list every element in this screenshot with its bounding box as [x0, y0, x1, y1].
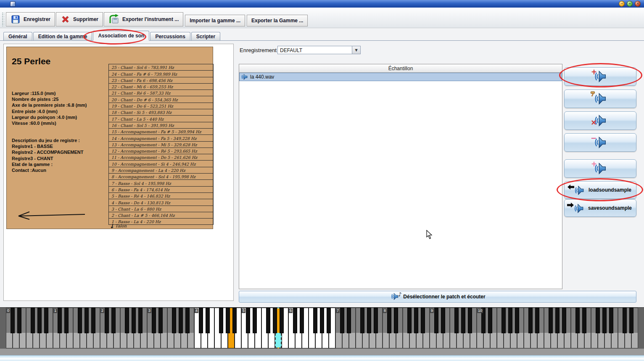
piano-black-key[interactable] — [320, 308, 324, 333]
export-scale-button[interactable]: Exporter la Gamme ... — [247, 15, 308, 26]
close-button[interactable]: × — [635, 1, 641, 7]
piano-black-key[interactable] — [266, 308, 270, 333]
piano-black-key[interactable] — [158, 308, 163, 333]
piano-black-key[interactable] — [501, 308, 506, 333]
toolbar: Enregistrer Supprimer Exporter l'instrum… — [0, 8, 644, 28]
tab-scripter[interactable]: Scripter — [191, 32, 220, 40]
piano-black-key[interactable] — [407, 308, 412, 333]
minimize-button[interactable]: − — [619, 1, 625, 7]
load-arrow-speaker-icon — [569, 184, 586, 195]
piano-black-key[interactable] — [206, 308, 210, 333]
piano-black-key[interactable] — [232, 308, 237, 333]
piano-black-key[interactable] — [602, 308, 607, 333]
piano-black-key[interactable] — [535, 308, 539, 333]
sample-row[interactable]: la 440.wav — [239, 73, 562, 81]
piano-black-key[interactable] — [394, 308, 398, 333]
piano-black-key[interactable] — [374, 308, 378, 333]
piano-black-key[interactable] — [461, 308, 465, 333]
card-registre-line: Contact :Aucun — [12, 167, 84, 173]
piano-black-key[interactable] — [488, 308, 492, 333]
piano-black-key[interactable] — [441, 308, 445, 333]
piano-black-key[interactable] — [31, 308, 35, 333]
piano-black-key[interactable] — [549, 308, 553, 333]
piano-black-key[interactable] — [253, 308, 257, 333]
piano-black-key[interactable] — [293, 308, 297, 333]
piano-black-key[interactable] — [138, 308, 143, 333]
piano-black-key[interactable] — [179, 308, 183, 333]
combo-dropdown-button[interactable]: ▼ — [352, 46, 360, 54]
save-button[interactable]: Enregistrer — [6, 12, 55, 26]
piano-black-key[interactable] — [434, 308, 438, 333]
piano-black-key[interactable] — [421, 308, 425, 333]
piano-black-key[interactable] — [367, 308, 371, 333]
piano-black-key[interactable] — [152, 308, 156, 333]
piano-black-key[interactable] — [78, 308, 82, 333]
speaker-plus-pink-button[interactable]: + — [564, 159, 636, 178]
piano-black-key[interactable] — [340, 308, 344, 333]
piano-black-key[interactable] — [347, 308, 351, 333]
piano-black-key[interactable] — [623, 308, 627, 333]
piano-black-key[interactable] — [609, 308, 613, 333]
speaker-plus-button[interactable]: + — [564, 67, 636, 86]
sample-name: la 440.wav — [250, 74, 274, 80]
delete-button[interactable]: Supprimer — [56, 12, 103, 26]
piano-black-key[interactable] — [327, 308, 331, 333]
piano-black-key[interactable] — [575, 308, 580, 333]
speaker-icon — [241, 74, 248, 80]
tab-percussions[interactable]: Percussions — [150, 32, 190, 40]
piano-black-key[interactable] — [300, 308, 304, 333]
piano-black-key[interactable] — [44, 308, 48, 333]
piano-black-key[interactable] — [185, 308, 190, 333]
piano-black-key[interactable] — [64, 308, 69, 333]
piano-black-key[interactable] — [414, 308, 418, 333]
piano-black-key[interactable] — [481, 308, 486, 333]
sample-table[interactable]: Échantillon la 440.wav — [239, 64, 562, 289]
piano-black-key[interactable] — [468, 308, 472, 333]
piano-black-key[interactable] — [596, 308, 600, 333]
export-instrument-button[interactable]: Exporter l'instrument ... — [104, 12, 183, 26]
piano-black-key[interactable] — [199, 308, 203, 333]
piano-black-key[interactable] — [125, 308, 129, 333]
piano-black-key[interactable] — [387, 308, 391, 333]
maximize-button[interactable]: + — [627, 1, 633, 7]
toolbar-grip[interactable] — [2, 12, 4, 26]
piano-black-key[interactable] — [84, 308, 89, 333]
loadsoundsample-button[interactable]: loadsoundsample — [564, 181, 636, 199]
piano-black-key[interactable] — [172, 308, 176, 333]
piano-black-key[interactable] — [313, 308, 317, 333]
piano-black-key[interactable] — [246, 308, 250, 333]
tab-general[interactable]: Général — [3, 32, 32, 40]
piano-black-key[interactable] — [11, 308, 15, 333]
piano-black-key[interactable] — [37, 308, 42, 333]
speaker-tool-button[interactable] — [564, 90, 636, 108]
speaker-delete-button[interactable]: × — [564, 111, 636, 130]
piano-black-key[interactable] — [219, 308, 223, 333]
piano-black-key[interactable] — [132, 308, 136, 333]
piano-black-key[interactable] — [273, 308, 277, 333]
piano-black-key[interactable] — [17, 308, 21, 333]
speaker-minus-button[interactable]: − — [564, 133, 636, 152]
piano-black-key[interactable] — [58, 308, 62, 333]
piano-black-key[interactable] — [91, 308, 95, 333]
piano-black-key[interactable] — [508, 308, 512, 333]
piano-black-key[interactable] — [111, 308, 116, 333]
piano-black-key[interactable] — [629, 308, 633, 333]
export-scale-label: Exporter la Gamme ... — [251, 18, 303, 24]
piano-keyboard[interactable]: 012345678910 — [0, 307, 644, 348]
piano-black-key[interactable] — [105, 308, 109, 333]
piano-black-key[interactable] — [555, 308, 560, 333]
tab-association-de-son[interactable]: Association de son — [93, 31, 149, 41]
piano-black-key[interactable] — [280, 308, 284, 333]
record-combobox[interactable]: DEFAULT ▼ — [277, 46, 361, 54]
piano-black-key[interactable] — [226, 308, 230, 333]
import-scale-button[interactable]: Importer la gamme ... — [185, 15, 245, 26]
piano-black-key[interactable] — [360, 308, 364, 333]
piano-black-key[interactable] — [562, 308, 566, 333]
savesoundsample-button[interactable]: savesoundsample — [564, 199, 636, 217]
piano-black-key[interactable] — [515, 308, 519, 333]
tab-edition-de-la-gamme[interactable]: Edition de la gamme — [33, 32, 92, 40]
piano-black-key[interactable] — [528, 308, 533, 333]
piano-black-key[interactable] — [454, 308, 459, 333]
deselect-patch-button[interactable]: ♪ Désélectionner le patch et écouter — [239, 291, 636, 303]
piano-black-key[interactable] — [582, 308, 586, 333]
